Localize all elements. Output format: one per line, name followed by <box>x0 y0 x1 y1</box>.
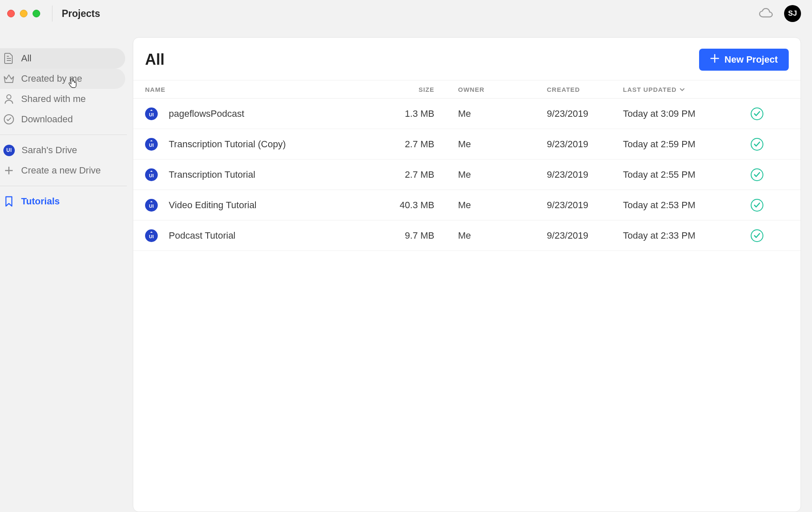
project-file-icon: UI <box>145 229 158 242</box>
sidebar-divider <box>0 186 127 186</box>
row-created: 9/23/2019 <box>547 230 623 241</box>
table-row[interactable]: UI pageflowsPodcast 1.3 MB Me 9/23/2019 … <box>133 99 801 129</box>
crown-icon <box>3 74 14 83</box>
row-size: 1.3 MB <box>382 108 458 119</box>
window-zoom-button[interactable] <box>33 10 40 17</box>
sidebar-tutorials[interactable]: Tutorials <box>0 191 125 212</box>
row-owner: Me <box>458 169 547 180</box>
sidebar-filter-label: All <box>21 53 31 64</box>
sidebar-create-drive-label: Create a new Drive <box>21 165 101 176</box>
plus-icon <box>710 54 719 66</box>
project-file-icon: UI <box>145 107 158 120</box>
table-row[interactable]: UI Podcast Tutorial 9.7 MB Me 9/23/2019 … <box>133 220 801 251</box>
sync-status-ok-icon <box>751 138 763 151</box>
column-header-name[interactable]: NAME <box>145 86 382 93</box>
row-name: Transcription Tutorial <box>169 169 255 180</box>
row-owner: Me <box>458 200 547 211</box>
sidebar-filter-shared-with-me[interactable]: Shared with me <box>0 89 125 109</box>
sidebar-filter-label: Shared with me <box>21 94 86 105</box>
column-header-updated-label: LAST UPDATED <box>623 86 677 93</box>
column-header-size[interactable]: SIZE <box>382 86 458 93</box>
sidebar-filter-label: Created by me <box>21 73 82 84</box>
drive-badge-text: UI <box>6 147 12 153</box>
window-minimize-button[interactable] <box>20 10 27 17</box>
document-icon <box>3 53 14 64</box>
row-owner: Me <box>458 230 547 241</box>
row-created: 9/23/2019 <box>547 108 623 119</box>
new-project-button[interactable]: New Project <box>699 49 789 71</box>
sidebar-drive-label: Sarah's Drive <box>22 145 77 156</box>
sidebar-create-drive[interactable]: Create a new Drive <box>0 160 125 181</box>
project-file-icon: UI <box>145 168 158 181</box>
row-name: pageflowsPodcast <box>169 108 244 119</box>
check-circle-icon <box>3 114 14 125</box>
row-updated: Today at 2:33 PM <box>623 230 750 241</box>
row-created: 9/23/2019 <box>547 200 623 211</box>
row-updated: Today at 3:09 PM <box>623 108 750 119</box>
sidebar-divider <box>0 135 127 135</box>
cloud-sync-icon[interactable] <box>759 8 773 19</box>
page-title: All <box>145 51 165 69</box>
project-file-icon: UI <box>145 199 158 212</box>
row-size: 2.7 MB <box>382 139 458 150</box>
row-name: Transcription Tutorial (Copy) <box>169 139 286 150</box>
sync-status-ok-icon <box>751 107 763 120</box>
sidebar-filter-downloaded[interactable]: Downloaded <box>0 109 125 129</box>
sidebar-tutorials-label: Tutorials <box>21 196 60 207</box>
column-header-created[interactable]: CREATED <box>547 86 623 93</box>
row-size: 40.3 MB <box>382 200 458 211</box>
title-divider <box>52 6 52 22</box>
svg-point-0 <box>7 95 11 99</box>
row-name: Podcast Tutorial <box>169 230 236 241</box>
sync-status-ok-icon <box>751 229 763 242</box>
row-created: 9/23/2019 <box>547 169 623 180</box>
sidebar-filter-label: Downloaded <box>21 114 73 125</box>
avatar-initials: SJ <box>788 9 797 18</box>
row-owner: Me <box>458 108 547 119</box>
window-title: Projects <box>62 8 100 19</box>
plus-icon <box>3 166 14 175</box>
table-row[interactable]: UI Transcription Tutorial 2.7 MB Me 9/23… <box>133 160 801 190</box>
row-name: Video Editing Tutorial <box>169 200 257 211</box>
window-close-button[interactable] <box>7 10 15 17</box>
user-avatar[interactable]: SJ <box>784 5 801 22</box>
table-row[interactable]: UI Transcription Tutorial (Copy) 2.7 MB … <box>133 129 801 160</box>
new-project-label: New Project <box>724 54 778 65</box>
sync-status-ok-icon <box>751 168 763 181</box>
chevron-down-icon <box>679 86 685 93</box>
bookmark-icon <box>3 196 14 207</box>
person-icon <box>3 94 14 105</box>
column-header-updated[interactable]: LAST UPDATED <box>623 86 750 93</box>
row-size: 9.7 MB <box>382 230 458 241</box>
row-size: 2.7 MB <box>382 169 458 180</box>
row-updated: Today at 2:53 PM <box>623 200 750 211</box>
sidebar-filter-created-by-me[interactable]: Created by me <box>0 69 125 89</box>
row-updated: Today at 2:59 PM <box>623 139 750 150</box>
row-updated: Today at 2:55 PM <box>623 169 750 180</box>
sidebar-filter-all[interactable]: All <box>0 48 125 69</box>
row-owner: Me <box>458 139 547 150</box>
sync-status-ok-icon <box>751 199 763 212</box>
drive-badge-icon: UI <box>3 145 15 156</box>
row-created: 9/23/2019 <box>547 139 623 150</box>
sidebar-drive[interactable]: UI Sarah's Drive <box>0 140 125 160</box>
table-row[interactable]: UI Video Editing Tutorial 40.3 MB Me 9/2… <box>133 190 801 220</box>
project-file-icon: UI <box>145 138 158 151</box>
column-header-owner[interactable]: OWNER <box>458 86 547 93</box>
